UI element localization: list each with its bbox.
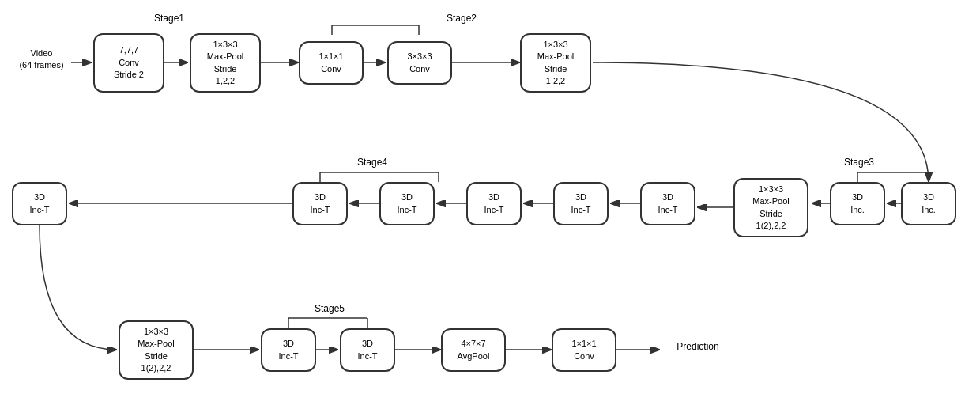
prediction-label: Prediction (662, 340, 733, 354)
node-3dinct-2: 3DInc-T (553, 182, 609, 225)
node-conv777: 7,7,7ConvStride 2 (93, 33, 164, 93)
node-3dinct-1: 3DInc-T (640, 182, 695, 225)
stage4-label: Stage4 (357, 157, 387, 168)
input-node: Video(64 frames) (8, 47, 75, 72)
node-conv111-2: 1×1×1Conv (552, 328, 616, 372)
stage3-label: Stage3 (844, 157, 874, 168)
node-3dinc-1: 3DInc. (901, 182, 956, 225)
node-conv111-1: 1×1×1Conv (299, 41, 364, 85)
node-3dinct-4: 3DInc-T (379, 182, 435, 225)
diagram-container: Stage1 Stage2 Stage3 Stage4 Stage5 Video… (0, 0, 980, 409)
node-3dinct-5: 3DInc-T (292, 182, 348, 225)
node-3dinct-8: 3DInc-T (340, 328, 395, 372)
node-maxpool-2: 1×3×3Max-PoolStride1,2,2 (520, 33, 591, 93)
node-maxpool-1: 1×3×3Max-PoolStride1,2,2 (190, 33, 261, 93)
stage2-label: Stage2 (447, 13, 477, 24)
stage1-label: Stage1 (154, 13, 184, 24)
stage5-label: Stage5 (315, 303, 345, 314)
node-conv333: 3×3×3Conv (387, 41, 452, 85)
node-3dinc-2: 3DInc. (830, 182, 885, 225)
node-3dinct-7: 3DInc-T (261, 328, 316, 372)
node-3dinct-6: 3DInc-T (12, 182, 67, 225)
node-avgpool: 4×7×7AvgPool (441, 328, 506, 372)
node-3dinct-3: 3DInc-T (466, 182, 522, 225)
node-maxpool-4: 1×3×3Max-PoolStride1(2),2,2 (119, 320, 194, 380)
node-maxpool-3: 1×3×3Max-PoolStride1(2),2,2 (733, 178, 808, 237)
